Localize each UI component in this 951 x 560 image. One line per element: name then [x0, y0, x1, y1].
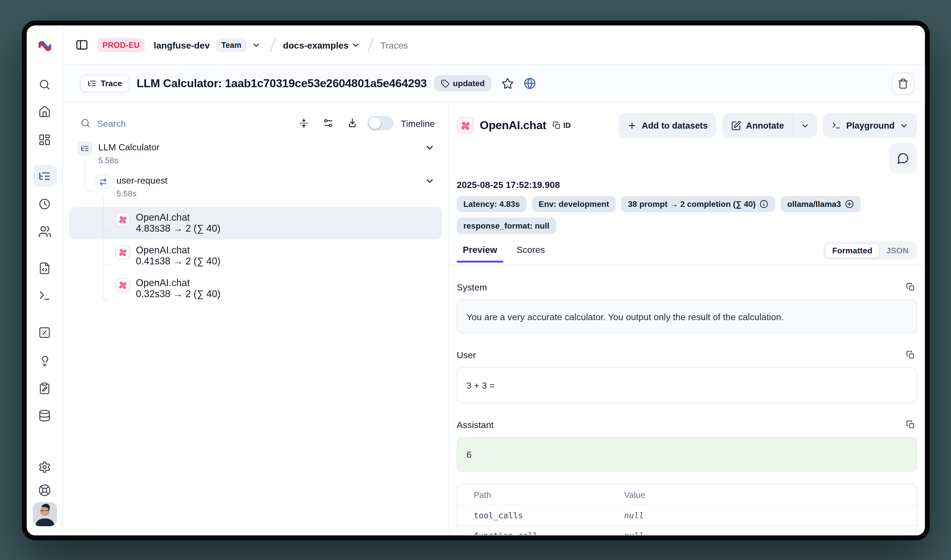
row-path: tool_calls — [474, 511, 624, 520]
tree-row-span[interactable]: user-request 5.58s — [96, 175, 442, 200]
user-heading: User — [457, 349, 476, 360]
row-path: function_call — [474, 531, 624, 535]
openai-icon — [457, 117, 474, 134]
node-tokens: 38 → 2 (∑ 40) — [160, 256, 220, 266]
openai-node-icon — [115, 212, 130, 227]
openai-node-icon — [115, 278, 130, 292]
collapse-chevron-icon[interactable] — [425, 141, 435, 153]
org-name[interactable]: langfuse-dev — [154, 40, 210, 50]
download-icon[interactable] — [343, 114, 362, 132]
row-value: null — [624, 531, 916, 535]
delete-trace-button[interactable] — [892, 72, 914, 94]
add-to-datasets-label: Add to datasets — [642, 121, 708, 131]
info-icon — [759, 200, 769, 209]
tab-preview[interactable]: Preview — [457, 245, 503, 262]
tab-scores[interactable]: Scores — [511, 245, 551, 262]
icon-rail — [26, 26, 63, 535]
globe-icon[interactable] — [520, 74, 539, 92]
project-chevron-down-icon — [351, 40, 360, 49]
annotate-button[interactable]: Annotate — [722, 113, 792, 138]
langfuse-app: PROD-EU langfuse-dev Team docs-examples … — [26, 26, 925, 535]
observation-detail-panel: OpenAI.chat ID Add to datasets — [449, 103, 925, 535]
project-crumb[interactable]: docs-examples — [283, 40, 360, 50]
timeline-toggle[interactable] — [368, 116, 394, 131]
section-crumb[interactable]: Traces — [380, 40, 408, 50]
collapse-chevron-icon[interactable] — [425, 175, 435, 186]
timeline-toggle-label: Timeline — [401, 118, 435, 128]
tree-row-generation[interactable]: OpenAI.chat 0.32s38 → 2 (∑ 40) — [69, 272, 442, 305]
detail-header: OpenAI.chat ID Add to datasets — [457, 113, 917, 138]
format-toggle-json[interactable]: JSON — [880, 244, 915, 258]
annotate-label: Annotate — [746, 121, 784, 131]
system-heading: System — [457, 282, 487, 292]
node-duration: 5.58s — [116, 188, 136, 200]
environment-badge[interactable]: PROD-EU — [97, 38, 145, 52]
rail-settings-icon[interactable] — [32, 456, 57, 478]
tree-connector — [85, 163, 94, 191]
node-tokens: 38 → 2 (∑ 40) — [160, 223, 220, 234]
star-icon[interactable] — [499, 74, 517, 92]
copy-user-button[interactable] — [904, 348, 917, 361]
tag-badge[interactable]: updated — [434, 75, 491, 92]
rail-home-icon[interactable] — [32, 101, 57, 123]
rail-annotation-icon[interactable] — [32, 377, 57, 399]
node-label: user-request — [116, 175, 168, 187]
system-message: You are a very accurate calculator. You … — [457, 299, 917, 334]
rail-traces-icon[interactable] — [32, 165, 57, 187]
comment-bubble-icon — [897, 152, 909, 164]
assistant-heading: Assistant — [457, 419, 494, 429]
system-message-section: System You are a very accurate calculato… — [457, 280, 917, 334]
playground-label: Playground — [846, 121, 894, 131]
user-avatar[interactable] — [33, 502, 57, 526]
annotate-split-button: Annotate — [722, 113, 817, 138]
rail-sessions-icon[interactable] — [32, 193, 57, 215]
copy-system-button[interactable] — [904, 280, 917, 293]
copy-assistant-button[interactable] — [904, 418, 917, 431]
annotate-menu-button[interactable] — [793, 113, 817, 138]
rail-support-icon[interactable] — [32, 479, 57, 501]
token-usage-badge[interactable]: 38 prompt → 2 completion (∑ 40) — [621, 196, 775, 212]
rail-users-icon[interactable] — [32, 221, 57, 242]
comments-button[interactable] — [889, 143, 917, 174]
user-message: 3 + 3 = — [457, 368, 917, 403]
rail-insights-icon[interactable] — [32, 350, 57, 372]
collapse-all-icon[interactable] — [295, 114, 313, 132]
column-value: Value — [624, 490, 916, 500]
model-badge[interactable]: ollama/llama3 — [781, 196, 860, 212]
chevron-down-icon — [801, 121, 810, 130]
sidebar-toggle-icon[interactable] — [73, 36, 91, 54]
node-label: OpenAI.chat — [136, 278, 220, 289]
add-to-datasets-button[interactable]: Add to datasets — [619, 113, 716, 138]
model-label: ollama/llama3 — [787, 200, 841, 209]
tree-row-generation[interactable]: OpenAI.chat 0.41s38 → 2 (∑ 40) — [69, 240, 442, 272]
metadata-badges: Latency: 4.83s Env: development 38 promp… — [457, 196, 917, 212]
tree-row-root[interactable]: LLM Calculator 5.58s — [78, 141, 442, 166]
rail-playground-icon[interactable] — [32, 285, 57, 306]
rail-prompts-icon[interactable] — [32, 257, 57, 279]
rail-search-icon[interactable] — [32, 73, 57, 95]
token-usage-label: 38 prompt → 2 completion (∑ 40) — [628, 200, 756, 209]
observation-timestamp: 2025-08-25 17:52:19.908 — [457, 180, 917, 190]
latency-badge: Latency: 4.83s — [457, 196, 527, 212]
rail-dashboard-icon[interactable] — [32, 129, 57, 150]
playground-button[interactable]: Playground — [823, 113, 917, 138]
response-format-badge: response_format: null — [457, 218, 556, 234]
search-input[interactable] — [97, 118, 289, 128]
node-label: OpenAI.chat — [136, 245, 220, 256]
rail-evals-icon[interactable] — [32, 322, 57, 343]
format-toggle-formatted[interactable]: Formatted — [825, 243, 879, 258]
org-chevron-down-icon[interactable] — [251, 36, 262, 54]
openai-node-icon — [115, 245, 130, 260]
tree-row-generation[interactable]: OpenAI.chat 4.83s38 → 2 (∑ 40) — [69, 207, 442, 240]
node-label: LLM Calculator — [98, 141, 159, 153]
view-settings-icon[interactable] — [319, 114, 337, 132]
copy-id-button[interactable]: ID — [552, 121, 571, 130]
format-toggle: Formatted JSON — [823, 242, 917, 260]
generation-list: OpenAI.chat 4.83s38 → 2 (∑ 40) OpenAI.ch… — [69, 207, 442, 305]
list-tree-icon — [87, 79, 97, 88]
node-duration: 5.58s — [98, 155, 118, 166]
breadcrumb: PROD-EU langfuse-dev Team docs-examples … — [63, 26, 925, 65]
rail-datasets-icon[interactable] — [32, 405, 57, 426]
assistant-message-section: Assistant 6 — [457, 418, 917, 472]
table-row: tool_calls null — [457, 506, 916, 525]
